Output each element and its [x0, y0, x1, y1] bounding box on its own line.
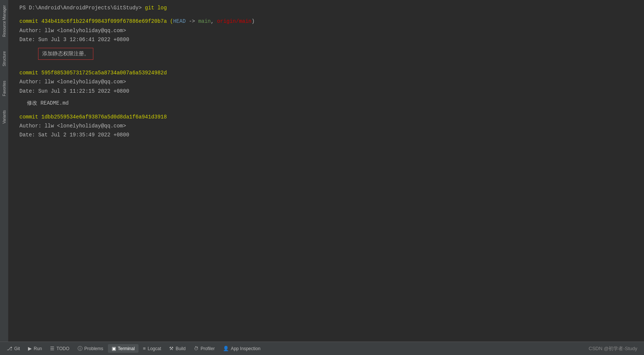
commit-line-2: commit 595f885305731725ca5a8734a007a6a53… — [19, 69, 637, 77]
commit-keyword-2: commit — [19, 70, 41, 76]
logcat-icon: ≡ — [143, 346, 146, 351]
toolbar-run-label: Run — [34, 346, 42, 351]
commit-keyword-1: commit — [19, 18, 41, 24]
prompt-command: git log — [142, 5, 167, 11]
toolbar-logcat-label: Logcat — [147, 346, 161, 351]
profiler-icon: ⏱ — [194, 346, 199, 351]
author-line-2: Author: llw <lonelyholiday@qq.com> — [19, 78, 637, 86]
toolbar-git-label: Git — [14, 346, 20, 351]
toolbar-todo-label: TODO — [56, 346, 69, 351]
ref-head-1: HEAD — [173, 18, 186, 24]
toolbar-profiler[interactable]: ⏱ Profiler — [190, 344, 218, 353]
commit-hash-2: 595f885305731725ca5a8734a007a6a53924982d — [41, 70, 167, 76]
toolbar-problems[interactable]: ⓘ Problems — [74, 344, 107, 354]
bottom-toolbar: ⎇ Git ▶ Run ☰ TODO ⓘ Problems ▣ Terminal… — [0, 342, 644, 355]
toolbar-git[interactable]: ⎇ Git — [3, 344, 24, 353]
toolbar-build-label: Build — [175, 346, 186, 351]
commit-message-text-1: 添加静态权限注册。 — [38, 48, 93, 60]
toolbar-terminal-label: Terminal — [118, 346, 135, 351]
sidebar-label-variants[interactable]: Variants — [1, 109, 7, 125]
toolbar-app-inspection-label: App Inspection — [231, 346, 260, 351]
ref-close-1: ) — [252, 18, 255, 24]
watermark-badge: CSDN @初学者-Study — [589, 345, 641, 352]
toolbar-app-inspection[interactable]: 👤 App Inspection — [219, 344, 264, 353]
commit-message-boxed-1: 添加静态权限注册。 — [19, 44, 637, 64]
ref-arrow-1: -> — [186, 18, 198, 24]
commit-line-1: commit 434b418c6f1b224f99843f099f67886e6… — [19, 17, 637, 25]
ref-origin-1: origin/main — [217, 18, 251, 24]
commit-keyword-3: commit — [19, 114, 41, 120]
commit-hash-1: 434b418c6f1b224f99843f099f67886e69f20b7a — [41, 18, 167, 24]
build-icon: ⚒ — [169, 346, 174, 351]
ref-comma-1: , — [211, 18, 217, 24]
problems-icon: ⓘ — [78, 345, 83, 352]
author-line-1: Author: llw <lonelyholiday@qq.com> — [19, 27, 637, 35]
terminal-area[interactable]: PS D:\Android\AndroidProjects\GitStudy> … — [8, 0, 644, 342]
commit-ref-parens-open: ( — [167, 18, 173, 24]
toolbar-problems-label: Problems — [84, 346, 103, 351]
toolbar-terminal[interactable]: ▣ Terminal — [108, 344, 139, 353]
toolbar-build[interactable]: ⚒ Build — [165, 344, 189, 353]
date-line-3: Date: Sat Jul 2 19:35:49 2022 +0800 — [19, 131, 637, 139]
commit-hash-3: 1dbb2559534e6af93876a5d0d8da1f6a941d3918 — [41, 114, 167, 120]
toolbar-profiler-label: Profiler — [200, 346, 215, 351]
toolbar-run[interactable]: ▶ Run — [24, 344, 46, 353]
ref-main-1: main — [198, 18, 211, 24]
commit-message-2: 修改 README.md — [27, 99, 637, 107]
date-line-2: Date: Sun Jul 3 11:22:15 2022 +0800 — [19, 87, 637, 95]
toolbar-todo[interactable]: ☰ TODO — [46, 344, 73, 353]
toolbar-logcat[interactable]: ≡ Logcat — [139, 344, 165, 353]
sidebar-label-resource[interactable]: Resource Manager — [1, 4, 7, 38]
date-line-1: Date: Sun Jul 3 12:06:41 2022 +0800 — [19, 36, 637, 44]
terminal-icon: ▣ — [112, 346, 116, 351]
author-line-3: Author: llw <lonelyholiday@qq.com> — [19, 122, 637, 130]
run-icon: ▶ — [28, 346, 32, 351]
todo-icon: ☰ — [50, 346, 55, 351]
sidebar-label-favorites[interactable]: Favorites — [1, 79, 7, 98]
watermark-text: CSDN @初学者-Study — [589, 346, 637, 351]
left-sidebar: Resource Manager Structure Favorites Var… — [0, 0, 8, 342]
sidebar-label-structure[interactable]: Structure — [1, 50, 7, 68]
commit-line-3: commit 1dbb2559534e6af93876a5d0d8da1f6a9… — [19, 113, 637, 121]
app-inspection-icon: 👤 — [223, 346, 229, 351]
prompt-line: PS D:\Android\AndroidProjects\GitStudy> … — [19, 4, 637, 12]
git-icon: ⎇ — [7, 346, 12, 351]
prompt-path: PS D:\Android\AndroidProjects\GitStudy> — [19, 5, 142, 11]
main-content: Resource Manager Structure Favorites Var… — [0, 0, 644, 342]
